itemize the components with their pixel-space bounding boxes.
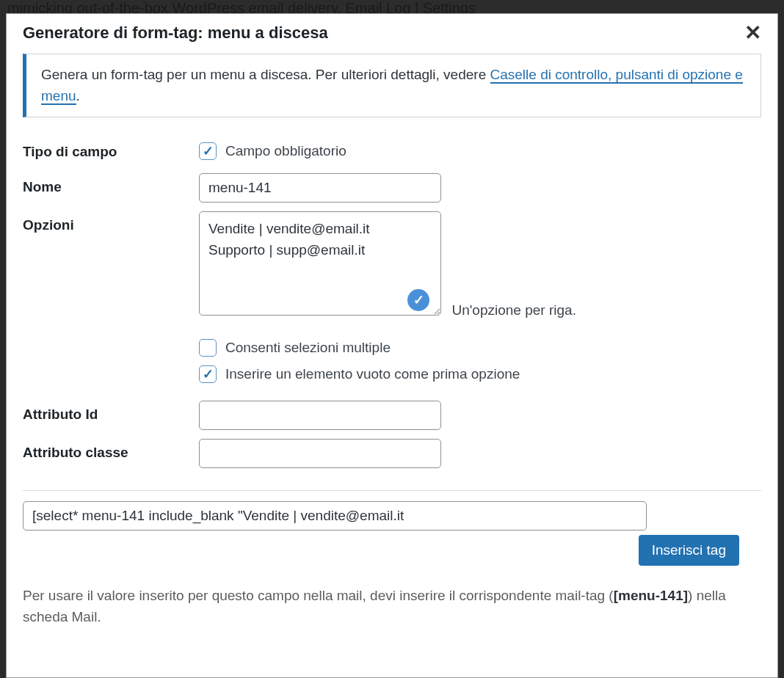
footer-hint: Per usare il valore inserito per questo … [23,585,761,628]
id-input[interactable] [199,401,441,430]
info-text-before: Genera un form-tag per un menu a discesa… [41,67,490,82]
label-id: Attributo Id [23,401,199,423]
label-field-type: Tipo di campo [23,138,199,160]
footer-before: Per usare il valore inserito per questo … [23,588,614,603]
row-name: Nome [23,173,761,203]
row-options: Opzioni Vendite | vendite@email.it Suppo… [23,211,761,387]
blank-label: Inserire un elemento vuoto come prima op… [225,366,520,382]
options-textarea[interactable]: Vendite | vendite@email.it Supporto | su… [199,211,441,316]
close-icon[interactable]: ✕ [744,23,761,43]
row-field-type: Tipo di campo Campo obbligatorio [23,138,761,164]
row-class: Attributo classe [23,439,761,468]
label-options: Opzioni [23,211,199,233]
form-tag-modal: Generatore di form-tag: menu a discesa ✕… [6,13,778,678]
multiple-checkbox[interactable] [199,339,217,357]
name-input[interactable] [199,173,441,203]
required-option[interactable]: Campo obbligatorio [199,138,761,164]
blank-checkbox[interactable] [199,365,217,383]
info-box: Genera un form-tag per un menu a discesa… [23,54,761,117]
options-hint: Un'opzione per riga. [451,302,576,318]
class-input[interactable] [199,439,441,468]
modal-body: Genera un form-tag per un menu a discesa… [7,54,777,643]
required-label: Campo obbligatorio [225,143,346,159]
multiple-option[interactable]: Consenti selezioni multiple [199,335,761,361]
modal-title: Generatore di form-tag: menu a discesa [23,23,328,43]
bottom-section: Inserisci tag Per usare il valore inseri… [23,490,761,628]
row-id: Attributo Id [23,401,761,430]
insert-tag-button[interactable]: Inserisci tag [639,535,739,566]
multiple-label: Consenti selezioni multiple [225,340,391,356]
required-checkbox[interactable] [199,142,217,160]
modal-header: Generatore di form-tag: menu a discesa ✕ [7,14,777,54]
info-text-after: . [76,88,80,103]
label-name: Nome [23,173,199,195]
footer-tag: [menu-141] [614,588,688,603]
label-class: Attributo classe [23,439,199,461]
check-badge-icon: ✓ [407,289,429,311]
blank-option[interactable]: Inserire un elemento vuoto come prima op… [199,361,761,387]
shortcode-output[interactable] [23,501,647,531]
